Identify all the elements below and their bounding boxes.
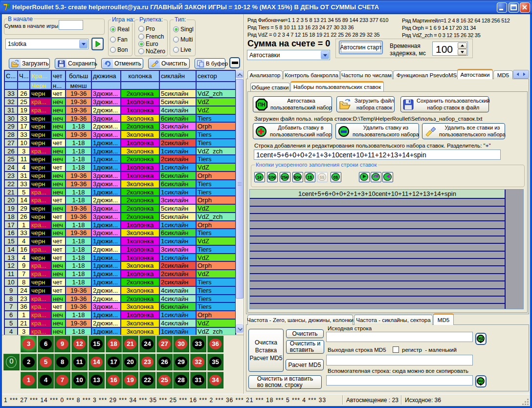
svg-text:ПН: ПН (258, 102, 265, 107)
